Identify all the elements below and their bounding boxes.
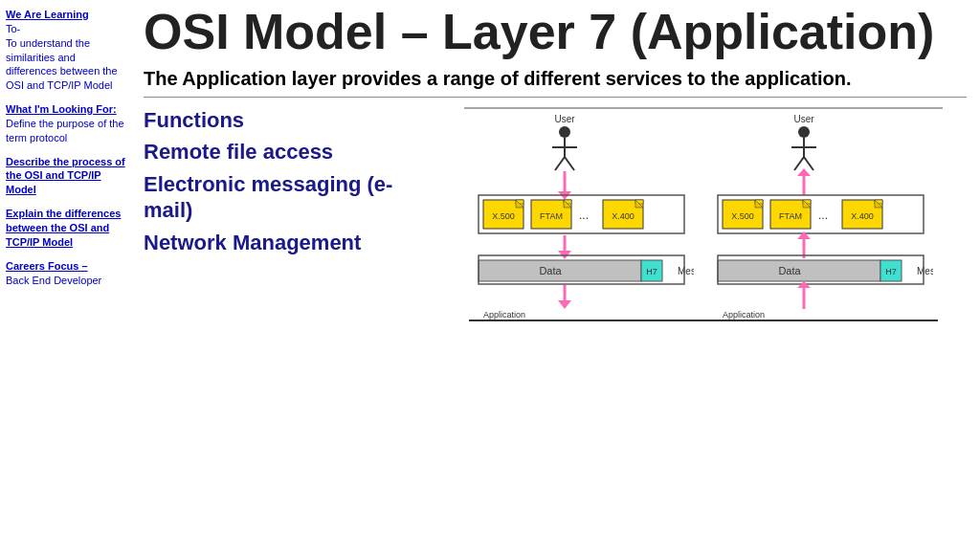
careers-body: Back End Developer: [6, 274, 128, 288]
svg-text:Application: Application: [723, 310, 765, 320]
wal-heading: We Are Learning: [6, 8, 128, 22]
function-item-2: Electronic messaging (e-mail): [144, 171, 431, 224]
svg-text:...: ...: [579, 209, 589, 222]
function-item-3: Network Management: [144, 230, 431, 256]
svg-text:X.400: X.400: [851, 211, 874, 221]
svg-line-41: [794, 157, 804, 170]
svg-text:Message: Message: [678, 266, 694, 276]
wlf-section: What I'm Looking For: Define the purpose…: [6, 102, 128, 145]
svg-marker-60: [797, 231, 811, 239]
svg-text:H7: H7: [646, 267, 657, 276]
svg-text:Data: Data: [539, 265, 562, 276]
careers-heading: Careers Focus –: [6, 259, 128, 274]
wal-section: We Are Learning To- To understand the si…: [6, 8, 128, 93]
svg-text:X.400: X.400: [612, 211, 635, 221]
svg-line-42: [804, 157, 813, 170]
describe-section: Describe the process of the OSI and TCP/…: [6, 155, 128, 198]
svg-text:X.500: X.500: [492, 211, 515, 221]
content-area: Functions Remote file access Electronic …: [144, 107, 967, 545]
svg-text:H7: H7: [885, 267, 897, 276]
subtitle: The Application layer provides a range o…: [144, 66, 967, 91]
svg-text:FTAM: FTAM: [779, 211, 802, 221]
diagrams-row: User: [474, 109, 933, 320]
svg-marker-44: [797, 168, 811, 176]
svg-text:Message: Message: [917, 266, 933, 276]
page-title: OSI Model – Layer 7 (Application): [144, 6, 967, 58]
wlf-heading: What I'm Looking For:: [6, 102, 128, 117]
divider: [144, 97, 967, 98]
describe-heading: Describe the process of the OSI and TCP/…: [6, 155, 128, 198]
svg-text:Application: Application: [483, 310, 525, 320]
wlf-body: Define the purpose of the term protocol: [6, 117, 128, 145]
left-diagram: User: [474, 109, 694, 320]
svg-line-5: [555, 157, 565, 170]
right-diagram-svg: User X.500: [713, 109, 933, 320]
svg-text:...: ...: [818, 209, 828, 222]
wal-body: To understand the similarities and diffe…: [6, 36, 128, 93]
svg-text:User: User: [554, 114, 575, 124]
function-item-1: Remote file access: [144, 139, 431, 165]
careers-section: Careers Focus – Back End Developer: [6, 259, 128, 288]
svg-point-38: [798, 126, 810, 138]
right-diagram: User X.500: [713, 109, 933, 320]
bottom-divider-svg: [469, 320, 938, 322]
diagram-area: User: [440, 107, 967, 545]
functions-heading: Functions: [144, 107, 431, 134]
explain-heading: Explain the differences between the OSI …: [6, 207, 128, 250]
svg-text:FTAM: FTAM: [540, 211, 563, 221]
svg-marker-33: [558, 300, 571, 309]
left-diagram-svg: User: [474, 109, 694, 320]
sidebar: We Are Learning To- To understand the si…: [0, 0, 134, 551]
explain-section: Explain the differences between the OSI …: [6, 207, 128, 250]
main-content: OSI Model – Layer 7 (Application) The Ap…: [134, 0, 980, 551]
svg-text:X.500: X.500: [731, 211, 754, 221]
svg-text:User: User: [793, 114, 814, 124]
functions-list: Functions Remote file access Electronic …: [144, 107, 431, 545]
svg-point-2: [559, 126, 570, 138]
wal-heading-text: We Are Learning: [6, 9, 89, 20]
svg-line-6: [565, 157, 574, 170]
wal-sub: To-: [6, 22, 128, 36]
svg-text:Data: Data: [778, 265, 801, 276]
